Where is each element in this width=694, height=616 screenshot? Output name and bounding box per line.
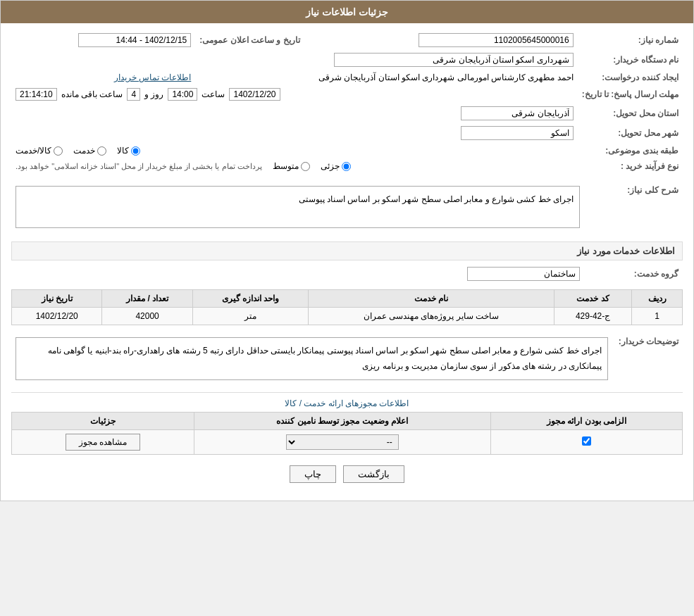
col-unit: واحد اندازه گیری (192, 290, 308, 308)
purchase-type-small-input[interactable] (342, 162, 351, 171)
permits-table-head: الزامی بودن ارائه مجوز اعلام وضعیت مجوز … (12, 413, 683, 430)
col-code: کد خدمت (554, 290, 632, 308)
view-permit-button[interactable]: مشاهده مجوز (66, 434, 140, 451)
col-row: ردیف (632, 290, 683, 308)
contact-link[interactable]: اطلاعات تماس خریدار (114, 73, 192, 82)
subject-radio-kala[interactable]: کالا (117, 146, 140, 156)
buyer-desc-table: توضیحات خریدار: اجرای خط کشی شوارع و معا… (11, 331, 683, 386)
footer-buttons: بازگشت چاپ (11, 455, 683, 494)
subject-radio-kala-input[interactable] (131, 146, 140, 156)
creator-label: ایجاد کننده درخواست: (578, 70, 683, 85)
deadline-time: 14:00 (168, 88, 197, 101)
deadline-days-label: روز و (144, 89, 163, 99)
permits-table-body: -- مشاهده مجوز (12, 430, 683, 455)
creator-row: ایجاد کننده درخواست: احمد مطهری کارشناس … (11, 70, 683, 85)
permit-detail-cell: مشاهده مجوز (12, 430, 194, 455)
deadline-days: 4 (127, 88, 140, 101)
permit-col-required: الزامی بودن ارائه مجوز (491, 413, 683, 430)
general-desc-text: اجرای خط کشی شوارع و معابر اصلی سطح شهر … (299, 194, 574, 204)
services-header-row: ردیف کد خدمت نام خدمت واحد اندازه گیری ت… (12, 290, 683, 308)
service-group-label: گروه خدمت: (584, 264, 683, 284)
print-button[interactable]: چاپ (290, 465, 336, 483)
general-desc-label: شرح کلی نیاز: (584, 180, 683, 234)
need-number-value-cell (329, 30, 577, 50)
deadline-value-cell: 21:14:10 ساعت باقی مانده 4 روز و 14:00 س… (11, 85, 578, 103)
deadline-remaining-label: ساعت باقی مانده (61, 89, 123, 99)
row-num: 1 (632, 308, 683, 325)
permit-col-status: اعلام وضعیت مجوز توسط نامین کننده (194, 413, 491, 430)
buyer-org-input[interactable] (334, 53, 574, 67)
service-group-input[interactable] (467, 267, 580, 281)
col-quantity: تعداد / مقدار (102, 290, 192, 308)
permit-required-checkbox[interactable] (582, 436, 591, 446)
general-desc-table: شرح کلی نیاز: اجرای خط کشی شوارع و معابر… (11, 180, 683, 234)
delivery-city-label: شهر محل تحویل: (578, 123, 683, 143)
permits-table: الزامی بودن ارائه مجوز اعلام وضعیت مجوز … (11, 412, 683, 455)
delivery-province-input[interactable] (461, 106, 574, 120)
buyer-org-label: نام دستگاه خریدار: (578, 50, 683, 70)
purchase-type-medium[interactable]: متوسط (273, 161, 310, 171)
purchase-type-small[interactable]: جزئی (321, 161, 351, 171)
service-group-row: گروه خدمت: (11, 264, 683, 284)
purchase-type-note: پرداخت تمام یا بخشی از مبلغ خریدار از مح… (16, 162, 262, 171)
deadline-label: مهلت ارسال پاسخ: تا تاریخ: (578, 85, 683, 103)
deadline-time-label: ساعت (202, 89, 225, 99)
page-wrapper: جزئیات اطلاعات نیاز شماره نیاز: تاریخ و … (0, 0, 694, 501)
purchase-type-label: نوع فرآیند خرید : (578, 158, 683, 174)
subject-radio-khedmat[interactable]: خدمت (73, 146, 106, 156)
buyer-desc-label: توضیحات خریدار: (612, 331, 683, 386)
general-desc-box: اجرای خط کشی شوارع و معابر اصلی سطح شهر … (16, 186, 580, 228)
col-name: نام خدمت (309, 290, 554, 308)
delivery-city-value-cell (11, 123, 578, 143)
main-content: شماره نیاز: تاریخ و ساعت اعلان عمومی: نا… (1, 23, 693, 501)
buyer-org-row: نام دستگاه خریدار: (11, 50, 683, 70)
announce-date-value-cell (11, 30, 195, 50)
service-group-table: گروه خدمت: (11, 264, 683, 284)
row-date: 1402/12/20 (12, 308, 102, 325)
permit-row: -- مشاهده مجوز (12, 430, 683, 455)
announce-date-input[interactable] (78, 33, 191, 47)
page-title: جزئیات اطلاعات نیاز (306, 6, 388, 18)
permit-col-detail: جزئیات (12, 413, 194, 430)
back-button[interactable]: بازگشت (343, 465, 404, 483)
header-info-table: شماره نیاز: تاریخ و ساعت اعلان عمومی: نا… (11, 30, 683, 174)
subject-radio-khedmat-label: خدمت (73, 146, 95, 156)
buyer-desc-row: توضیحات خریدار: اجرای خط کشی شوارع و معا… (11, 331, 683, 386)
delivery-province-label: استان محل تحویل: (578, 103, 683, 123)
buyer-desc-box: اجرای خط کشی شوارع و معابر اصلی سطح شهر … (16, 337, 608, 380)
col-date: تاریخ نیاز (12, 290, 102, 308)
page-header: جزئیات اطلاعات نیاز (1, 1, 693, 23)
section-divider (11, 392, 683, 393)
need-number-label: شماره نیاز: (578, 30, 683, 50)
service-group-value-cell (11, 264, 584, 284)
permit-status-select[interactable]: -- (286, 434, 399, 450)
announce-date-label: تاریخ و ساعت اعلان عمومی: (195, 30, 308, 50)
buyer-desc-text: اجرای خط کشی شوارع و معابر اصلی سطح شهر … (48, 346, 602, 371)
purchase-type-small-label: جزئی (321, 161, 340, 171)
purchase-type-medium-input[interactable] (301, 162, 310, 171)
subject-radio-kala-khedmat-input[interactable] (54, 146, 63, 156)
services-data-table: ردیف کد خدمت نام خدمت واحد اندازه گیری ت… (11, 289, 683, 325)
subject-radio-khedmat-input[interactable] (97, 146, 106, 156)
delivery-province-row: استان محل تحویل: (11, 103, 683, 123)
deadline-remaining: 21:14:10 (16, 88, 57, 101)
table-row: 1 ج-42-429 ساخت سایر پروژه‌های مهندسی عم… (12, 308, 683, 325)
subject-radio-group: کالا/خدمت خدمت کالا (16, 146, 574, 156)
subject-label: طبقه بندی موضوعی: (578, 143, 683, 158)
subject-radio-kala-label: کالا (117, 146, 129, 156)
buyer-org-value-cell (11, 50, 578, 70)
creator-value: احمد مطهری کارشناس امورمالی شهرداری اسکو… (318, 73, 574, 82)
need-number-row: شماره نیاز: تاریخ و ساعت اعلان عمومی: (11, 30, 683, 50)
purchase-type-row: نوع فرآیند خرید : پرداخت تمام یا بخشی از… (11, 158, 683, 174)
purchase-type-group: پرداخت تمام یا بخشی از مبلغ خریدار از مح… (16, 161, 574, 171)
general-desc-row: شرح کلی نیاز: اجرای خط کشی شوارع و معابر… (11, 180, 683, 234)
permits-title-text: اطلاعات مجوزهای ارائه خدمت / کالا (285, 398, 409, 408)
need-number-input[interactable] (419, 33, 574, 47)
contact-link-cell: اطلاعات تماس خریدار (11, 70, 195, 85)
creator-value-cell: احمد مطهری کارشناس امورمالی شهرداری اسکو… (195, 70, 577, 85)
subject-radio-kala-khedmat-label: کالا/خدمت (16, 146, 51, 156)
general-desc-value-cell: اجرای خط کشی شوارع و معابر اصلی سطح شهر … (11, 180, 584, 234)
delivery-city-input[interactable] (461, 126, 574, 140)
subject-radio-kala-khedmat[interactable]: کالا/خدمت (16, 146, 63, 156)
row-name: ساخت سایر پروژه‌های مهندسی عمران (309, 308, 554, 325)
